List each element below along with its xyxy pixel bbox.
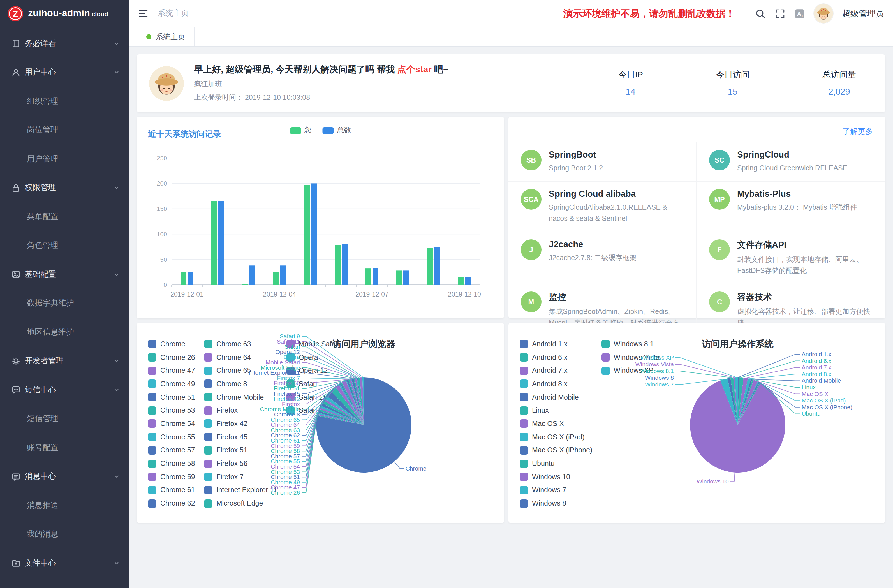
tech-title: 文件存储API <box>737 239 873 251</box>
greeting-message: 早上好, 超级管理员, 今天帮别人解决问题了吗 帮我 点个star 吧~ <box>194 64 448 76</box>
main-column: 系统主页 演示环境维护不易，请勿乱删乱改数据！ A + <box>129 0 893 588</box>
stat: 今日访问15 <box>716 69 750 97</box>
sidebar-item-1[interactable]: 用户中心 <box>0 58 129 87</box>
stats-row: 今日IP14今日访问15总访问量2,029 <box>618 69 873 97</box>
username[interactable]: 超级管理员 <box>842 8 884 19</box>
sidebar-item-4[interactable]: 开发者管理 <box>0 347 129 376</box>
tech-title: SpringBoot <box>549 150 603 160</box>
tech-title: SpringCloud <box>737 150 847 160</box>
bar-总数-2019-12-08[interactable] <box>403 271 409 285</box>
legend-item[interactable]: 总数 <box>323 126 351 135</box>
pie-label: Mac OS X (iPad) <box>801 397 846 404</box>
tech-text: 文件存储API封装文件接口，实现本地存储、阿里云、FastDFS存储的配置化 <box>737 239 873 276</box>
sidebar-item-5[interactable]: 短信中心 <box>0 376 129 405</box>
svg-text:2019-12-04: 2019-12-04 <box>263 291 296 298</box>
bar-总数-2019-12-01[interactable] <box>188 272 193 285</box>
tech-badge: J <box>521 239 541 260</box>
bar-总数-2019-12-03[interactable] <box>249 265 255 285</box>
pies-row: 访问用户浏览器 ChromeChrome 26Chrome 47Chrome 4… <box>137 323 885 523</box>
legend-swatch <box>290 127 301 134</box>
pie-label: Windows 8.1 <box>640 368 674 374</box>
pie-label: Android 7.x <box>801 364 831 370</box>
brand-name: zuihou-admin <box>28 8 90 18</box>
user-avatar[interactable] <box>814 4 833 23</box>
sidebar-item-label: 权限管理 <box>25 183 113 193</box>
stat-label: 总访问量 <box>822 69 856 80</box>
sidebar-item-3[interactable]: 基础配置 <box>0 260 129 289</box>
bar-总数-2019-12-09[interactable] <box>434 247 440 285</box>
sidebar-subitem[interactable]: 地区信息维护 <box>0 318 129 347</box>
sidebar-item-0[interactable]: 务必详看 <box>0 29 129 58</box>
svg-text:2019-12-07: 2019-12-07 <box>355 291 388 298</box>
bar-总数-2019-12-07[interactable] <box>373 268 378 285</box>
search-icon[interactable] <box>755 8 766 19</box>
bar-您-2019-12-09[interactable] <box>427 248 433 285</box>
bar-您-2019-12-06[interactable] <box>335 245 341 285</box>
sidebar-subitem[interactable]: 角色管理 <box>0 231 129 260</box>
tab-home[interactable]: 系统主页 <box>137 27 194 46</box>
legend-swatch <box>323 127 334 134</box>
sidebar-subitem[interactable]: 岗位管理 <box>0 116 129 144</box>
topbar: 系统主页 演示环境维护不易，请勿乱删乱改数据！ A + <box>129 0 893 27</box>
bar-您-2019-12-03[interactable] <box>242 284 248 285</box>
tech-text: SpringBootSpring Boot 2.1.2 <box>549 150 603 174</box>
sidebar-item-label: 用户中心 <box>25 68 113 78</box>
sidebar-subitem[interactable]: 菜单配置 <box>0 202 129 231</box>
bar-您-2019-12-01[interactable] <box>180 272 186 285</box>
sidebar-toggle-icon[interactable] <box>138 8 149 19</box>
sidebar-item-6[interactable]: 消息中心 <box>0 462 129 491</box>
svg-text:100: 100 <box>157 231 167 238</box>
sidebar-subitem[interactable]: 组织管理 <box>0 87 129 116</box>
stat-value: 2,029 <box>822 87 856 97</box>
font-size-icon[interactable]: A + <box>794 8 805 19</box>
tech-badge: SCA <box>521 189 541 210</box>
sidebar-item-2[interactable]: 权限管理 <box>0 173 129 202</box>
tech-badge: SB <box>521 150 541 170</box>
sidebar-subitem[interactable]: 用户管理 <box>0 144 129 173</box>
tech-desc: 封装文件接口，实现本地存储、阿里云、FastDFS存储的配置化 <box>737 254 873 276</box>
pie-label: Linux <box>801 384 816 390</box>
bar-总数-2019-12-06[interactable] <box>342 244 347 285</box>
chevron-down-icon <box>113 69 120 76</box>
greeting-card: 早上好, 超级管理员, 今天帮别人解决问题了吗 帮我 点个star 吧~ 疯狂加… <box>137 54 885 112</box>
bar-您-2019-12-07[interactable] <box>365 269 371 285</box>
chevron-down-icon <box>113 271 120 278</box>
tech-desc: Mybatis-plus 3.2.0： Mybatis 增强组件 <box>737 202 857 213</box>
bar-您-2019-12-10[interactable] <box>458 277 464 285</box>
visits-bar-chart: 0501001502002502019-12-012019-12-042019-… <box>143 149 497 312</box>
breadcrumb[interactable]: 系统主页 <box>158 8 189 18</box>
bar-总数-2019-12-02[interactable] <box>218 201 224 285</box>
sidebar-subitem[interactable]: 短信管理 <box>0 405 129 433</box>
svg-text:0: 0 <box>164 281 167 289</box>
star-link[interactable]: 点个star <box>397 65 431 74</box>
legend-item[interactable]: 您 <box>290 126 311 135</box>
tech-item: JJ2cacheJ2cache2.7.8: 二级缓存框架 <box>508 232 697 284</box>
logo[interactable]: Z zuihou-admincloud <box>0 0 129 27</box>
fullscreen-icon[interactable] <box>775 8 785 19</box>
pie-label: Android Mobile <box>801 377 841 384</box>
pie-label: Windows Vista <box>635 361 674 367</box>
sidebar-subitem[interactable]: 我的消息 <box>0 520 129 549</box>
bar-您-2019-12-05[interactable] <box>304 185 310 285</box>
sidebar-subitem[interactable]: 账号配置 <box>0 433 129 462</box>
sidebar-item-7[interactable]: 文件中心 <box>0 549 129 577</box>
bar-您-2019-12-02[interactable] <box>211 201 217 285</box>
last-login-time: 2019-12-10 10:03:08 <box>245 93 310 101</box>
os-pie-chart: Windows 10Windows XPWindows VistaWindows… <box>508 323 885 523</box>
svg-text:200: 200 <box>157 180 167 187</box>
sidebar-subitem[interactable]: 消息推送 <box>0 491 129 520</box>
tech-title: Mybatis-Plus <box>737 189 857 199</box>
greeting-subtitle: 疯狂加班~ <box>194 80 448 89</box>
bar-总数-2019-12-04[interactable] <box>280 265 286 285</box>
tech-item: MPMybatis-PlusMybatis-plus 3.2.0： Mybati… <box>697 182 885 232</box>
bar-总数-2019-12-05[interactable] <box>311 183 317 285</box>
tech-badge: SC <box>709 150 730 170</box>
learn-more-link[interactable]: 了解更多 <box>843 127 873 137</box>
stage: Z zuihou-admincloud 务必详看用户中心组织管理岗位管理用户管理… <box>0 0 893 588</box>
sidebar-subitem[interactable]: 数据字典维护 <box>0 289 129 318</box>
bar-您-2019-12-04[interactable] <box>273 272 279 285</box>
bar-总数-2019-12-10[interactable] <box>465 277 471 285</box>
tech-item: SCSpringCloudSpring Cloud Greenwich.RELE… <box>697 142 885 182</box>
bar-您-2019-12-08[interactable] <box>396 271 402 285</box>
visits-chart-legend: 您总数 <box>290 126 351 135</box>
